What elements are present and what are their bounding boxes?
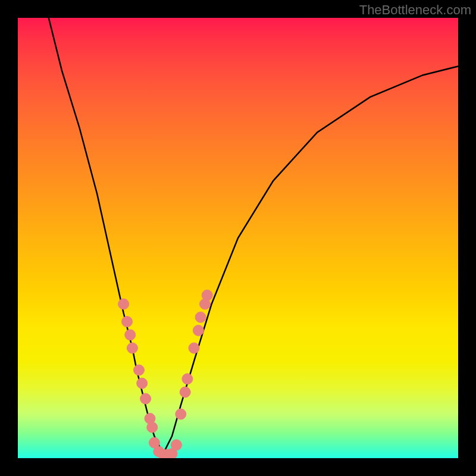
data-point [189, 343, 199, 353]
data-point [122, 317, 133, 327]
data-point [171, 440, 181, 450]
data-point [162, 449, 173, 458]
right-curve-path [163, 66, 458, 453]
plot-area [18, 18, 458, 458]
data-point [127, 343, 137, 353]
data-point [125, 330, 136, 340]
data-point [154, 446, 164, 457]
data-point [145, 413, 155, 424]
data-point [137, 378, 148, 389]
data-point [202, 290, 212, 300]
data-point [149, 437, 159, 448]
data-point [158, 449, 168, 458]
watermark-text: TheBottleneck.com [359, 2, 471, 18]
left-curve-path [49, 18, 163, 454]
data-point [195, 312, 206, 322]
data-point [140, 393, 151, 404]
data-point [180, 387, 190, 397]
curve-group [49, 18, 458, 454]
data-point [176, 409, 186, 419]
data-point [193, 325, 203, 336]
data-point [167, 449, 177, 458]
data-point [182, 374, 193, 384]
chart-svg [18, 18, 458, 458]
data-point [134, 365, 145, 375]
data-points-group [118, 290, 213, 458]
chart-frame: TheBottleneck.com [0, 0, 476, 476]
data-point [200, 299, 211, 309]
data-point [147, 422, 158, 433]
data-point [118, 299, 129, 309]
